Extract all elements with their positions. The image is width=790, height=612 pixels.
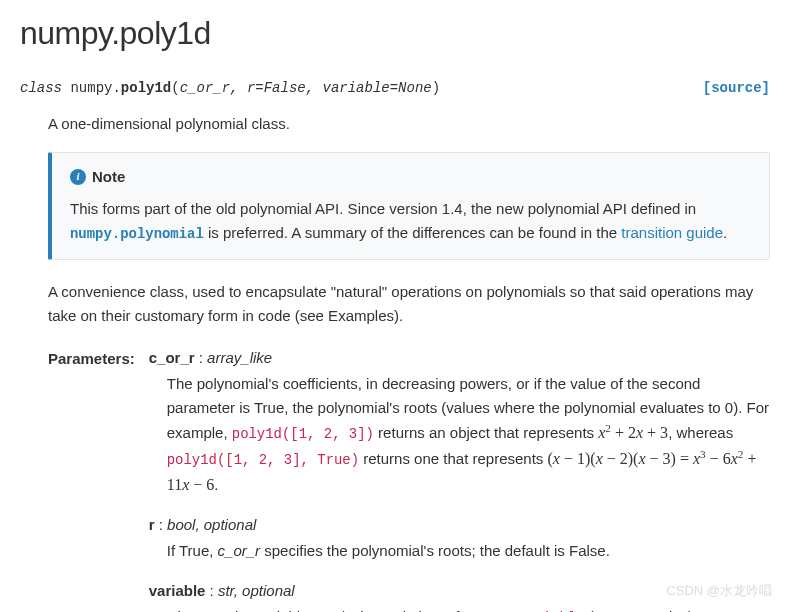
param-name: r (149, 516, 155, 533)
param-text: from (451, 608, 489, 612)
note-admonition: i Note This forms part of the old polyno… (48, 152, 770, 260)
param-text: to (497, 608, 518, 612)
note-text: is preferred. A summary of the differenc… (204, 224, 621, 241)
keyword-class: class (20, 80, 62, 96)
content-body: A one-dimensional polynomial class. i No… (20, 112, 770, 612)
page-title: numpy.poly1d (20, 8, 770, 59)
note-body: This forms part of the old polynomial AP… (70, 197, 751, 245)
param-type: array_like (207, 349, 272, 366)
code-literal: poly1d([1, 2, 3]) (232, 426, 374, 442)
info-icon: i (70, 169, 86, 185)
math-expression: x2 + 2x + 3 (598, 424, 668, 441)
class-description: A convenience class, used to encapsulate… (48, 280, 770, 328)
param-emphasis: x (489, 608, 497, 612)
param-text: . (214, 476, 218, 493)
param-description: If True, c_or_r specifies the polynomial… (149, 539, 770, 563)
param-name: variable (149, 582, 206, 599)
signature-row: class numpy.poly1d(c_or_r, r=False, vari… (20, 77, 770, 99)
param-description: Changes the variable used when printing … (149, 605, 770, 612)
param-text: returns one that represents (359, 450, 547, 467)
note-text: This forms part of the old polynomial AP… (70, 200, 696, 217)
param-text: If True, (167, 542, 218, 559)
param-emphasis: p (443, 608, 451, 612)
class-summary: A one-dimensional polynomial class. (48, 112, 770, 136)
param-text: (see Examples). (585, 608, 698, 612)
param-colon: : (199, 349, 207, 366)
class-params: c_or_r, r=False, variable=None (180, 80, 432, 96)
param-variable: variable : str, optional Changes the var… (149, 579, 770, 612)
note-title-text: Note (92, 165, 125, 189)
class-signature: class numpy.poly1d(c_or_r, r=False, vari… (20, 77, 440, 99)
param-c_or_r: c_or_r : array_like The polynomial's coe… (149, 346, 770, 497)
link-transition-guide[interactable]: transition guide (621, 224, 723, 241)
parameters-list: c_or_r : array_like The polynomial's coe… (149, 346, 770, 612)
class-name: poly1d (121, 80, 171, 96)
code-literal: poly1d([1, 2, 3], True) (167, 452, 359, 468)
parameters-label: Parameters: (48, 346, 135, 612)
param-description: The polynomial's coefficients, in decrea… (149, 372, 770, 497)
param-r: r : bool, optional If True, c_or_r speci… (149, 513, 770, 563)
param-type: bool, optional (167, 516, 256, 533)
param-colon: : (210, 582, 218, 599)
param-text: specifies the polynomial's roots; the de… (260, 542, 610, 559)
module-prefix: numpy. (70, 80, 120, 96)
link-numpy-polynomial[interactable]: numpy.polynomial (70, 226, 204, 242)
param-emphasis: c_or_r (218, 542, 261, 559)
parameters-block: Parameters: c_or_r : array_like The poly… (48, 346, 770, 612)
param-text: Changes the variable used when printing (167, 608, 443, 612)
param-text: , whereas (668, 424, 733, 441)
note-header: i Note (70, 165, 751, 189)
param-type: str, optional (218, 582, 295, 599)
param-name: c_or_r (149, 349, 195, 366)
source-link[interactable]: [source] (703, 77, 770, 99)
param-colon: : (159, 516, 167, 533)
note-text: . (723, 224, 727, 241)
param-text: returns an object that represents (374, 424, 598, 441)
